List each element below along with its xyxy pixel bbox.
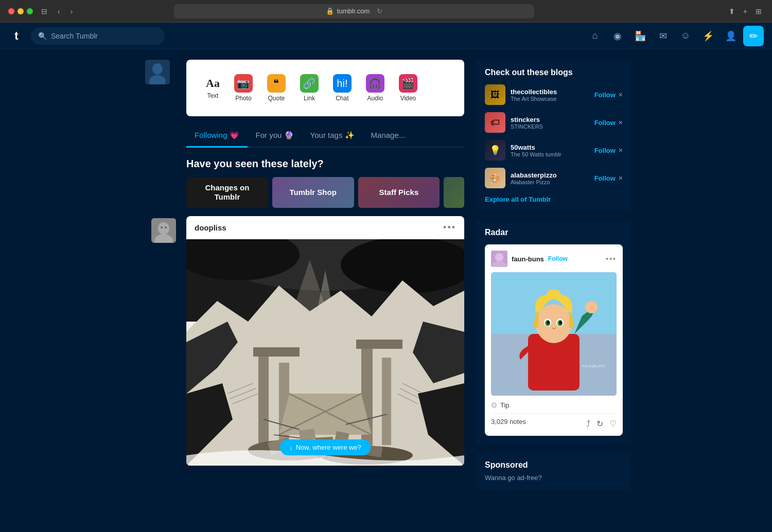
new-tab-btn[interactable]: + xyxy=(741,6,749,16)
tab-manage[interactable]: Manage... xyxy=(363,125,414,147)
follow-50watts-btn[interactable]: Follow xyxy=(594,147,616,154)
blog-actions-stinckers: Follow × xyxy=(594,118,623,127)
tag-changes-btn[interactable]: Changes onTumblr xyxy=(186,177,268,208)
photo-icon: 📷 xyxy=(234,74,253,93)
shop-btn[interactable]: 🏪 xyxy=(630,26,651,46)
tab-for-you[interactable]: For you 🔮 xyxy=(248,125,302,147)
dismiss-thecollectibles-btn[interactable]: × xyxy=(619,91,623,99)
compose-btn[interactable]: ✏ xyxy=(743,26,764,46)
check-out-blogs-section: Check out these blogs 🖼 thecollectibles … xyxy=(477,60,631,211)
explore-all-link[interactable]: Explore all of Tumblr xyxy=(485,196,623,203)
search-bar[interactable]: 🔍 Search Tumblr xyxy=(31,27,165,45)
blog-avatar-50watts[interactable]: 💡 xyxy=(485,140,505,161)
blog-name-stinckers: stinckers xyxy=(511,116,589,123)
radar-reblog-btn[interactable]: ↻ xyxy=(596,419,603,429)
header-icons: ⌂ ◉ 🏪 ✉ ☺ ⚡ 👤 ✏ xyxy=(585,26,764,46)
radar-user-avatar[interactable] xyxy=(491,251,507,267)
compose-chat-btn[interactable]: hi! Chat xyxy=(326,70,359,106)
center-content: Aa Text 📷 Photo ❝ Quote 🔗 Link hi! C xyxy=(186,60,464,522)
blog-item-stinckers: 🏷 stinckers STINCKERS Follow × xyxy=(485,112,623,133)
svg-point-7 xyxy=(165,226,167,228)
link-label: Link xyxy=(304,95,315,102)
back-btn[interactable]: ‹ xyxy=(56,6,62,16)
blog-item-alabasterpizzo: 🎨 alabasterpizzo Alabaster Pizzo Follow … xyxy=(485,168,623,188)
tag-extra-btn[interactable] xyxy=(444,177,464,208)
explore-btn[interactable]: ◉ xyxy=(607,26,628,46)
follow-thecollectibles-btn[interactable]: Follow xyxy=(594,91,616,99)
radar-like-btn[interactable]: ♡ xyxy=(609,419,617,429)
radar-title: Radar xyxy=(485,228,623,237)
blog-name-alabasterpizzo: alabasterpizzo xyxy=(511,171,589,179)
svg-point-50 xyxy=(585,301,598,313)
follow-alabasterpizzo-btn[interactable]: Follow xyxy=(594,174,616,182)
blog-actions-50watts: Follow × xyxy=(594,146,623,154)
blog-avatar-stinckers[interactable]: 🏷 xyxy=(485,112,505,133)
radar-share-btn[interactable]: ⤴ xyxy=(586,419,590,429)
post-image: ↓ Now, where were we? xyxy=(186,239,464,466)
blog-info-stinckers: stinckers STINCKERS xyxy=(511,116,589,130)
dismiss-50watts-btn[interactable]: × xyxy=(619,146,623,154)
sponsored-text: Wanna go ad-free? xyxy=(485,474,623,482)
tag-shop-label: Tumblr Shop xyxy=(289,188,336,197)
post-username[interactable]: doopliss xyxy=(195,223,226,232)
text-icon: Aa xyxy=(206,77,220,90)
chat-label: Chat xyxy=(336,95,348,102)
tag-pills: Changes onTumblr Tumblr Shop Staff Picks xyxy=(186,177,464,208)
blog-avatar-thecollectibles[interactable]: 🖼 xyxy=(485,84,505,105)
share-btn[interactable]: ⬆ xyxy=(727,6,737,16)
account-btn[interactable]: 👤 xyxy=(721,26,741,46)
radar-follow-btn[interactable]: Follow xyxy=(548,255,568,262)
tumblr-logo[interactable]: t xyxy=(8,28,25,44)
blog-desc-stinckers: STINCKERS xyxy=(511,123,589,130)
recently-seen-title: Have you seen these lately? xyxy=(186,158,464,170)
user-avatar[interactable] xyxy=(145,60,170,84)
post-menu-btn[interactable]: ••• xyxy=(443,222,456,233)
minimize-window-btn[interactable] xyxy=(17,8,24,14)
scroll-to-top-btn[interactable]: ↓ Now, where were we? xyxy=(280,439,371,455)
blog-desc-50watts: The 50 Watts tumblr xyxy=(511,151,589,157)
video-icon: 🎬 xyxy=(399,74,417,93)
svg-rect-18 xyxy=(382,358,391,445)
compose-text-btn[interactable]: Aa Text xyxy=(199,73,227,103)
home-btn[interactable]: ⌂ xyxy=(585,26,605,46)
svg-point-49 xyxy=(559,321,562,325)
compose-options: Aa Text 📷 Photo ❝ Quote 🔗 Link hi! C xyxy=(199,70,452,106)
dismiss-stinckers-btn[interactable]: × xyxy=(619,118,623,127)
tag-staff-picks-btn[interactable]: Staff Picks xyxy=(358,177,440,208)
dismiss-alabasterpizzo-btn[interactable]: × xyxy=(619,174,623,182)
tip-icon: ⊙ xyxy=(491,401,497,409)
inbox-btn[interactable]: ✉ xyxy=(653,26,673,46)
forward-btn[interactable]: › xyxy=(68,6,75,16)
tab-following[interactable]: Following 💗 xyxy=(186,125,248,148)
window-controls xyxy=(8,8,33,14)
compose-quote-btn[interactable]: ❝ Quote xyxy=(260,70,293,106)
tag-shop-btn[interactable]: Tumblr Shop xyxy=(272,177,354,208)
notifications-btn[interactable]: ⚡ xyxy=(698,26,718,46)
audio-icon: 🎧 xyxy=(366,74,384,93)
sidebar-toggle-btn[interactable]: ⊟ xyxy=(39,6,49,16)
blog-avatar-alabasterpizzo[interactable]: 🎨 xyxy=(485,168,505,188)
compose-photo-btn[interactable]: 📷 Photo xyxy=(227,70,260,106)
compose-link-btn[interactable]: 🔗 Link xyxy=(293,70,326,106)
address-bar[interactable]: 🔒 tumblr.com ↻ xyxy=(174,4,534,19)
radar-notes-count: 3,029 notes xyxy=(491,418,526,425)
post-card: doopliss ••• xyxy=(186,216,464,466)
compose-audio-btn[interactable]: 🎧 Audio xyxy=(359,70,392,106)
link-icon: 🔗 xyxy=(300,74,319,93)
text-label: Text xyxy=(207,92,218,99)
compose-video-btn[interactable]: 🎬 Video xyxy=(392,70,425,106)
maximize-window-btn[interactable] xyxy=(27,8,33,14)
radar-menu-btn[interactable]: ••• xyxy=(606,255,617,263)
follow-stinckers-btn[interactable]: Follow xyxy=(594,119,616,127)
radar-username: faun-buns xyxy=(512,255,544,263)
close-window-btn[interactable] xyxy=(8,8,14,14)
right-sidebar: Check out these blogs 🖼 thecollectibles … xyxy=(477,60,631,522)
recently-seen-section: Have you seen these lately? Changes onTu… xyxy=(186,158,464,208)
activity-face-btn[interactable]: ☺ xyxy=(675,26,696,46)
photo-label: Photo xyxy=(235,95,251,102)
post-user-avatar[interactable] xyxy=(151,218,176,243)
blog-item-thecollectibles: 🖼 thecollectibles The Art Showcase Follo… xyxy=(485,84,623,105)
extensions-btn[interactable]: ⊞ xyxy=(753,6,764,16)
svg-point-48 xyxy=(547,321,550,325)
tab-your-tags[interactable]: Your tags ✨ xyxy=(302,125,363,147)
